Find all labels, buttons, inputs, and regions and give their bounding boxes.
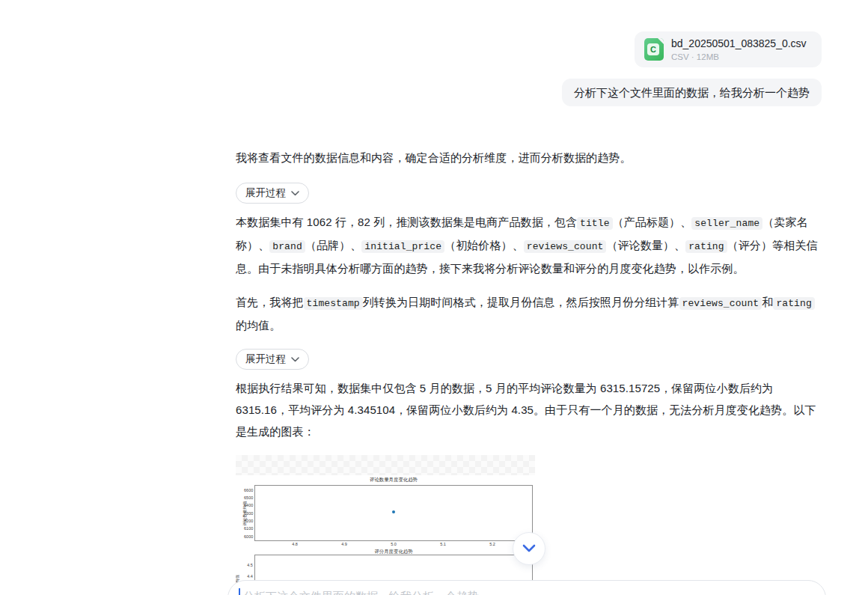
- text-segment: 和: [762, 296, 773, 308]
- file-meta: CSV · 12MB: [671, 52, 807, 62]
- y-tick-label: 6300: [244, 511, 253, 516]
- chat-canvas: C bd_20250501_083825_0.csv CSV · 12MB 分析…: [0, 0, 868, 595]
- expand-process-label: 展开过程: [245, 186, 286, 200]
- csv-letter: C: [647, 43, 659, 55]
- transparent-checkerboard: [236, 455, 535, 475]
- assistant-paragraph-result: 根据执行结果可知，数据集中仅包含 5 月的数据，5 月的平均评论数量为 6315…: [236, 377, 822, 442]
- assistant-paragraph-intro: 我将查看文件的数据信息和内容，确定合适的分析维度，进而分析数据的趋势。: [236, 147, 822, 168]
- uploaded-file-card[interactable]: C bd_20250501_083825_0.csv CSV · 12MB: [635, 31, 822, 67]
- text-cursor: [239, 588, 240, 595]
- chevron-down-icon: [291, 357, 299, 362]
- text-segment: （评论数量）、: [606, 239, 685, 251]
- text-segment: 列转换为日期时间格式，提取月份信息，然后按照月份分组计算: [363, 296, 679, 308]
- inline-code: timestamp: [304, 297, 363, 310]
- file-texts: bd_20250501_083825_0.csv CSV · 12MB: [671, 37, 807, 62]
- x-tick-label: 4.8: [292, 542, 298, 546]
- draft-text: 分析下这个文件里面的数据，给我分析一个趋势: [243, 590, 479, 595]
- y-tick-label: 4.5: [247, 563, 253, 567]
- text-segment: （品牌）、: [305, 239, 362, 251]
- chevron-down-icon: [291, 191, 299, 196]
- x-tick-label: 5.0: [391, 542, 397, 546]
- message-input[interactable]: 分析下这个文件里面的数据，给我分析一个趋势: [227, 580, 826, 595]
- file-name: bd_20250501_083825_0.csv: [671, 37, 807, 50]
- text-segment: 本数据集中有 1062 行，82 列，推测该数据集是电商产品数据，包含: [236, 216, 577, 228]
- scroll-to-bottom-button[interactable]: [513, 532, 545, 565]
- chart-title: 评论数量月度变化趋势: [313, 477, 474, 483]
- folded-corner: [658, 38, 664, 44]
- chevron-down-icon: [522, 544, 536, 553]
- inline-code: initial_price: [361, 240, 444, 253]
- assistant-paragraph-plan: 首先，我将把timestamp列转换为日期时间格式，提取月份信息，然后按照月份分…: [236, 291, 822, 336]
- text-segment: 首先，我将把: [236, 296, 304, 308]
- text-segment: （初始价格）、: [444, 239, 524, 251]
- y-tick-label: 6100: [244, 526, 253, 531]
- y-tick-label: 6400: [244, 503, 253, 507]
- y-tick-label: 6000: [244, 534, 253, 539]
- user-message-bubble: 分析下这个文件里面的数据，给我分析一个趋势: [562, 79, 822, 106]
- y-tick-label: 6200: [244, 519, 253, 523]
- x-tick-label: 4.9: [341, 542, 347, 546]
- inline-code: rating: [773, 297, 814, 310]
- x-tick-label: 5.2: [489, 542, 495, 546]
- y-tick-label: 6500: [244, 495, 253, 500]
- inline-code: title: [577, 217, 613, 230]
- expand-process-button-1[interactable]: 展开过程: [236, 183, 309, 204]
- y-tick-label: 6600: [244, 488, 253, 492]
- inline-code: reviews_count: [679, 297, 762, 310]
- inline-code: rating: [685, 240, 727, 253]
- inline-code: brand: [269, 240, 305, 253]
- generated-chart-image[interactable]: 评论数量月度变化趋势 评论数量均值 6000610062006300640065…: [236, 455, 535, 595]
- inline-code: reviews_count: [524, 240, 607, 253]
- inline-code: seller_name: [691, 217, 762, 230]
- text-segment: 的均值。: [236, 319, 281, 332]
- text-segment: （产品标题）、: [613, 216, 692, 228]
- expand-process-button-2[interactable]: 展开过程: [236, 349, 309, 370]
- assistant-paragraph-dataset: 本数据集中有 1062 行，82 列，推测该数据集是电商产品数据，包含title…: [236, 211, 822, 279]
- chart-plot-area: 评论数量均值 60006100620063006400650066004.84.…: [254, 485, 533, 541]
- x-tick-label: 5.1: [440, 542, 446, 546]
- y-tick-label: 4.4: [247, 574, 253, 579]
- csv-file-icon: C: [644, 38, 664, 61]
- expand-process-label: 展开过程: [245, 353, 286, 366]
- data-point: [392, 510, 395, 513]
- chart-reviews-trend: 评论数量月度变化趋势 评论数量均值 6000610062006300640065…: [236, 475, 535, 547]
